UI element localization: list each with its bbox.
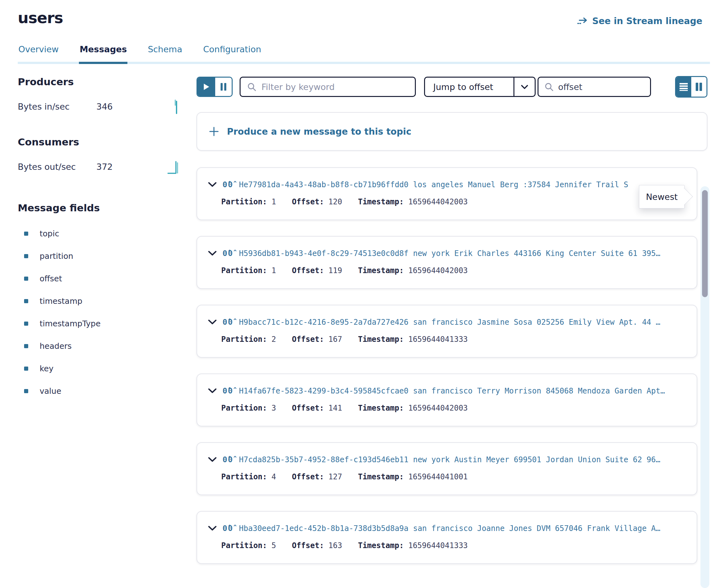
offset-value: 119 xyxy=(328,266,342,275)
message-card[interactable]: 0̂0̂ He77981da-4a43-48ab-b8f8-cb71b96ffd… xyxy=(197,167,697,220)
timestamp-label: Timestamp: xyxy=(358,266,404,275)
view-mode-toggle xyxy=(675,76,707,98)
expand-chevron-icon[interactable] xyxy=(208,526,217,531)
message-card[interactable]: 0̂0̂ H7cda825b-35b7-4952-88ef-c193d546eb… xyxy=(197,442,697,495)
message-list: 0̂0̂ He77981da-4a43-48ab-b8f8-cb71b96ffd… xyxy=(197,167,707,564)
square-bullet-icon xyxy=(24,254,28,258)
square-bullet-icon xyxy=(24,389,28,393)
producers-metric-row: Bytes in/sec 346 xyxy=(18,98,186,115)
partition-value: 4 xyxy=(272,472,276,481)
partition-label: Partition: xyxy=(221,472,267,481)
stream-lineage-link[interactable]: See in Stream lineage xyxy=(577,16,702,26)
message-card[interactable]: 0̂0̂ Hba30eed7-1edc-452b-8b1a-738d3b5d8a… xyxy=(197,511,697,564)
timestamp-label: Timestamp: xyxy=(358,404,404,413)
field-item-key[interactable]: key xyxy=(18,357,186,380)
tab-schema[interactable]: Schema xyxy=(147,44,183,62)
square-bullet-icon xyxy=(24,277,28,281)
jump-select-value: Jump to offset xyxy=(425,82,513,92)
consumers-sparkline xyxy=(167,159,180,174)
offset-value: 141 xyxy=(328,404,342,413)
tab-configuration[interactable]: Configuration xyxy=(203,44,262,62)
timestamp-value: 1659644041001 xyxy=(408,472,468,481)
field-item-topic[interactable]: topic xyxy=(18,223,186,245)
expand-chevron-icon[interactable] xyxy=(208,182,217,187)
offset-label: Offset: xyxy=(292,541,324,550)
message-meta: Partition:2 Offset:167 Timestamp:1659644… xyxy=(221,335,688,344)
columns-view-button[interactable] xyxy=(691,77,706,97)
list-view-button[interactable] xyxy=(676,77,691,97)
square-bullet-icon xyxy=(24,299,28,303)
bytes-in-value: 346 xyxy=(96,102,113,111)
offset-value: 163 xyxy=(328,541,342,550)
search-icon xyxy=(247,82,256,91)
offset-label: Offset: xyxy=(292,266,324,275)
jump-to-offset-select[interactable]: Jump to offset xyxy=(424,77,536,97)
message-value-preview: H5936db81-b943-4e0f-8c29-74513e0c0d8f ne… xyxy=(239,249,660,258)
square-bullet-icon xyxy=(24,344,28,348)
consumers-heading: Consumers xyxy=(18,136,186,148)
square-bullet-icon xyxy=(24,232,28,236)
field-item-timestamp[interactable]: timestamp xyxy=(18,290,186,312)
messages-panel: Jump to offset xyxy=(197,76,707,564)
message-card[interactable]: 0̂0̂ H9bacc71c-b12c-4216-8e95-2a7da727e4… xyxy=(197,305,697,358)
offset-value: 167 xyxy=(328,335,342,344)
square-bullet-icon xyxy=(24,321,28,326)
message-card[interactable]: 0̂0̂ H5936db81-b943-4e0f-8c29-74513e0c0d… xyxy=(197,236,697,289)
chevron-down-icon xyxy=(514,85,535,89)
field-item-partition[interactable]: partition xyxy=(18,245,186,267)
tab-messages[interactable]: Messages xyxy=(79,44,127,64)
message-key: 0̂0̂ xyxy=(223,455,233,464)
timestamp-label: Timestamp: xyxy=(358,197,404,206)
stream-lineage-label: See in Stream lineage xyxy=(592,16,702,26)
bytes-out-label: Bytes out/sec xyxy=(18,162,96,172)
message-meta: Partition:4 Offset:127 Timestamp:1659644… xyxy=(221,472,688,481)
filter-keyword-input[interactable] xyxy=(261,82,409,92)
expand-chevron-icon[interactable] xyxy=(208,457,217,462)
timestamp-label: Timestamp: xyxy=(358,472,404,481)
message-value-preview: Hba30eed7-1edc-452b-8b1a-738d3b5d8a9a sa… xyxy=(239,524,660,533)
partition-label: Partition: xyxy=(221,404,267,413)
expand-chevron-icon[interactable] xyxy=(208,388,217,394)
consumers-metric-row: Bytes out/sec 372 xyxy=(18,158,186,175)
produce-message-button[interactable]: Produce a new message to this topic xyxy=(197,112,707,151)
bytes-out-value: 372 xyxy=(96,162,113,172)
message-key: 0̂0̂ xyxy=(223,249,233,258)
scrollbar-thumb[interactable] xyxy=(702,190,708,297)
message-value-preview: H9bacc71c-b12c-4216-8e95-2a7da727e426 sa… xyxy=(239,318,660,327)
field-item-headers[interactable]: headers xyxy=(18,335,186,357)
expand-chevron-icon[interactable] xyxy=(208,319,217,325)
tab-overview[interactable]: Overview xyxy=(18,44,59,62)
message-value-preview: He77981da-4a43-48ab-b8f8-cb71b96ffdd0 lo… xyxy=(239,180,628,189)
partition-value: 1 xyxy=(272,266,276,275)
timestamp-value: 1659644041333 xyxy=(408,335,468,344)
field-item-timestampType[interactable]: timestampType xyxy=(18,312,186,335)
message-list-scrollbar[interactable] xyxy=(700,186,709,588)
timestamp-value: 1659644042003 xyxy=(408,266,468,275)
message-meta: Partition:1 Offset:119 Timestamp:1659644… xyxy=(221,266,688,275)
message-meta: Partition:5 Offset:163 Timestamp:1659644… xyxy=(221,541,688,550)
rows-view-icon xyxy=(679,82,688,91)
page-header: users See in Stream lineage xyxy=(0,0,722,27)
message-value-preview: H14fa67fe-5823-4299-b3c4-595845cfcae0 sa… xyxy=(239,386,665,395)
partition-value: 5 xyxy=(272,541,276,550)
newest-tooltip-label: Newest xyxy=(646,192,678,202)
partition-label: Partition: xyxy=(221,197,267,206)
offset-search-input[interactable] xyxy=(557,82,644,92)
search-icon xyxy=(544,82,554,91)
expand-chevron-icon[interactable] xyxy=(208,251,217,256)
message-meta: Partition:3 Offset:141 Timestamp:1659644… xyxy=(221,404,688,413)
field-item-value[interactable]: value xyxy=(18,380,186,402)
produce-message-label: Produce a new message to this topic xyxy=(227,126,411,137)
play-icon xyxy=(203,83,210,91)
partition-label: Partition: xyxy=(221,541,267,550)
field-item-offset[interactable]: offset xyxy=(18,267,186,290)
message-key: 0̂0̂ xyxy=(223,180,233,189)
messages-toolbar: Jump to offset xyxy=(197,76,707,98)
pause-icon xyxy=(220,83,227,91)
play-button[interactable] xyxy=(198,78,215,96)
message-card[interactable]: 0̂0̂ H14fa67fe-5823-4299-b3c4-595845cfca… xyxy=(197,374,697,426)
pause-button[interactable] xyxy=(215,78,232,96)
partition-label: Partition: xyxy=(221,266,267,275)
producers-heading: Producers xyxy=(18,76,186,87)
message-meta: Partition:1 Offset:120 Timestamp:1659644… xyxy=(221,197,688,206)
